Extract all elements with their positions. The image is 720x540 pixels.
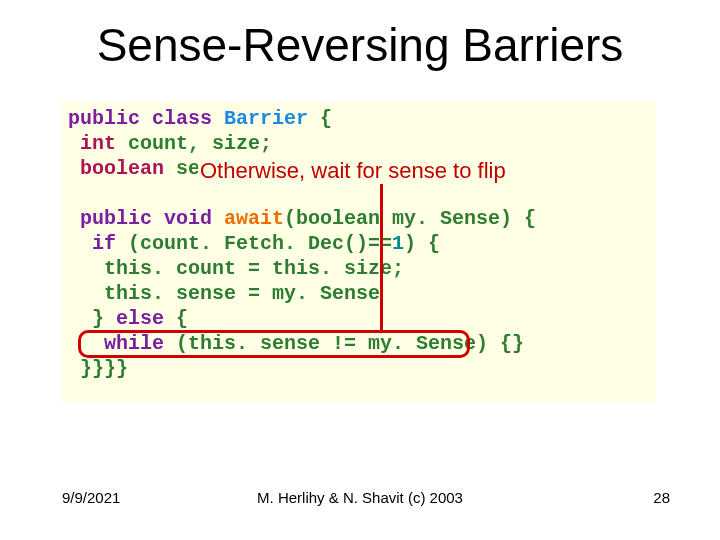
code-token: (boolean my. Sense) { (284, 207, 536, 230)
code-token: { (308, 107, 332, 130)
code-token: else (116, 307, 164, 330)
code-token: Barrier (224, 107, 308, 130)
code-token (68, 132, 80, 155)
code-token (68, 232, 92, 255)
code-token: this. count = this. size; (68, 257, 404, 280)
code-token: 1 (392, 232, 404, 255)
footer-credit: M. Herlihy & N. Shavit (c) 2003 (0, 489, 720, 506)
code-token: if (92, 232, 116, 255)
code-token: }}}} (68, 357, 128, 380)
code-token (68, 157, 80, 180)
slide-title: Sense-Reversing Barriers (0, 18, 720, 72)
callout-line (380, 182, 383, 332)
code-token: { (164, 307, 188, 330)
code-token: boolean (80, 157, 164, 180)
code-token: public void (80, 207, 224, 230)
footer-page-number: 28 (653, 489, 670, 506)
code-token: await (224, 207, 284, 230)
annotation-text: Otherwise, wait for sense to flip (198, 158, 508, 184)
code-token: } (68, 307, 116, 330)
code-token: public class (68, 107, 224, 130)
slide: Sense-Reversing Barriers public class Ba… (0, 0, 720, 540)
code-token: this. sense = my. Sense (68, 282, 380, 305)
code-token: count, size; (116, 132, 272, 155)
code-token: int (80, 132, 116, 155)
code-token: (count. Fetch. Dec()== (116, 232, 392, 255)
code-token: ) { (404, 232, 440, 255)
highlight-box (78, 330, 470, 358)
code-token (68, 207, 80, 230)
